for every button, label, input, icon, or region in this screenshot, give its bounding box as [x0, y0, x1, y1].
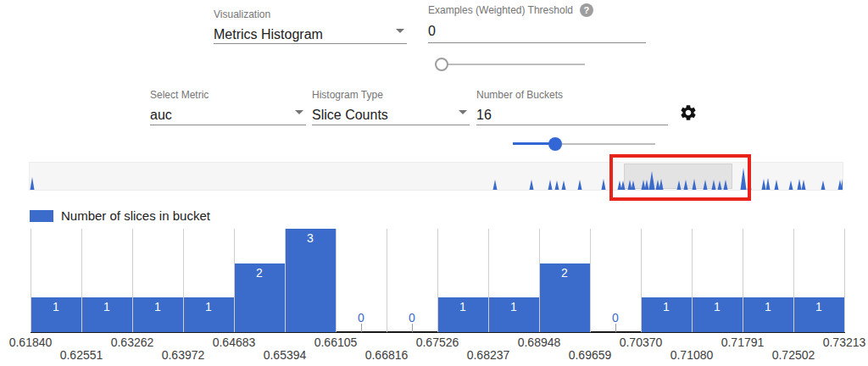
x-tick-label: 0.68948 — [518, 336, 561, 349]
x-tick-label: 0.66105 — [314, 336, 358, 349]
gridline — [590, 229, 591, 332]
x-tick-label: 0.70370 — [620, 336, 663, 349]
x-tick-label: 0.62551 — [60, 348, 103, 362]
metrics-histogram-widget: Visualization Metrics Histogram Examples… — [0, 0, 868, 366]
gridline — [844, 229, 845, 332]
x-tick-label: 0.69659 — [569, 348, 612, 362]
zero-count-label: 0 — [358, 311, 364, 324]
x-tick-label: 0.72502 — [772, 348, 815, 362]
x-tick-label: 0.73213 — [823, 336, 866, 349]
bar-count-label: 2 — [561, 266, 568, 280]
bar-count-label: 1 — [815, 300, 822, 313]
bar-count-label: 1 — [53, 300, 59, 313]
bar-count-label: 1 — [154, 300, 161, 313]
bar-count-label: 1 — [103, 300, 110, 313]
slice-count-histogram: 11112300112011110.618400.625510.632620.6… — [0, 0, 868, 366]
bar-count-label: 1 — [714, 300, 721, 313]
bar-count-label: 1 — [459, 300, 466, 313]
x-tick-label: 0.64683 — [213, 336, 256, 349]
zero-count-stem — [412, 324, 413, 332]
bar-count-label: 3 — [307, 231, 314, 245]
x-tick-label: 0.71791 — [721, 336, 765, 349]
x-tick-label: 0.67526 — [416, 336, 459, 349]
zero-count-label: 0 — [409, 311, 415, 324]
x-tick-label: 0.63972 — [162, 348, 205, 362]
x-tick-label: 0.63262 — [111, 336, 154, 349]
bar-count-label: 1 — [510, 300, 517, 313]
zero-count-label: 0 — [612, 311, 619, 324]
x-tick-label: 0.65394 — [264, 348, 307, 362]
bar-count-label: 1 — [765, 300, 771, 313]
zero-count-stem — [615, 324, 616, 332]
gridline — [387, 229, 387, 332]
x-tick-label: 0.66816 — [365, 348, 409, 362]
gridline — [336, 229, 337, 332]
bar-count-label: 1 — [663, 300, 670, 313]
bar-count-label: 1 — [205, 300, 212, 313]
x-tick-label: 0.61840 — [9, 336, 53, 349]
x-tick-label: 0.71080 — [670, 348, 714, 362]
zero-count-stem — [361, 324, 362, 332]
bar-count-label: 2 — [256, 266, 263, 280]
x-tick-label: 0.68237 — [467, 348, 510, 362]
